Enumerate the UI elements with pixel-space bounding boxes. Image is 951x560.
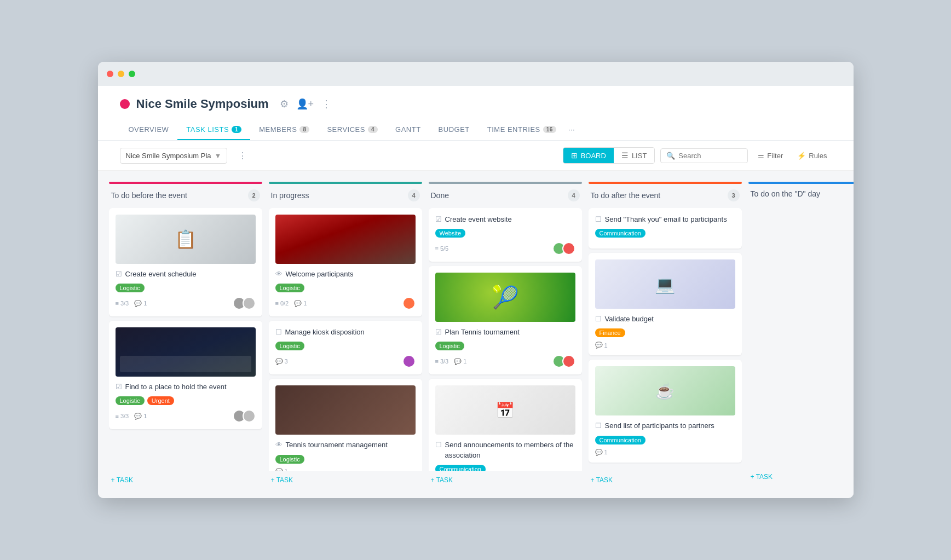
card-tags: Logistic <box>275 284 416 292</box>
task-card[interactable]: 📋☑Create event scheduleLogistic≡3/3💬1 <box>109 208 262 316</box>
card-meta: ≡3/3💬1 <box>116 409 256 423</box>
comments-stat: 💬1 <box>294 300 307 307</box>
card-title: Find to a place to hold the event <box>125 382 227 392</box>
more-options-icon[interactable]: ⋮ <box>238 151 247 161</box>
comment-icon: 💬 <box>275 468 283 471</box>
card-meta: 💬1 <box>275 468 416 471</box>
add-task-todo-before[interactable]: + TASK <box>109 473 262 487</box>
tab-gantt[interactable]: GANTT <box>387 120 430 140</box>
tab-time-entries[interactable]: TIME ENTRIES 16 <box>479 120 565 140</box>
tasks-icon: ≡ <box>435 358 439 365</box>
rules-button[interactable]: ⚡ Rules <box>793 149 831 163</box>
board-view-button[interactable]: ⊞ BOARD <box>563 148 614 163</box>
tag: Logistic <box>275 455 304 464</box>
close-dot[interactable] <box>107 71 113 77</box>
card-meta: ≡0/2💬1 <box>275 297 416 310</box>
list-view-button[interactable]: ☰ LIST <box>614 148 654 163</box>
titlebar <box>98 62 854 86</box>
card-title: Tennis tournament management <box>286 440 388 450</box>
card-image: 📅 <box>435 385 575 435</box>
comment-icon: 💬 <box>294 300 302 307</box>
task-card[interactable]: ☑Create event websiteWebsite≡5/5 <box>429 208 582 262</box>
tab-members[interactable]: MEMBERS 8 <box>250 120 318 140</box>
card-tags: Logistic <box>275 455 416 464</box>
gear-icon[interactable]: ⚙ <box>280 98 289 110</box>
card-stats: ≡3/3💬1 <box>116 413 147 420</box>
task-card[interactable]: 📅☐Send announcements to members of the a… <box>429 379 582 471</box>
tasks-stat: ≡0/2 <box>275 300 289 307</box>
tab-budget[interactable]: BUDGET <box>430 120 479 140</box>
search-input[interactable] <box>678 152 742 160</box>
tasks-stat: ≡3/3 <box>116 413 129 419</box>
comment-icon: 💬 <box>134 413 142 420</box>
tasks-stat: ≡3/3 <box>435 358 449 365</box>
card-image: ☕ <box>595 366 735 415</box>
tab-services[interactable]: SERVICES 4 <box>318 120 387 140</box>
card-title: Send announcements to members of the ass… <box>445 440 575 460</box>
column-header-todo-before: To do before the event 2 <box>109 189 262 201</box>
filter-button[interactable]: ⚌ Filter <box>753 149 787 163</box>
column-todo-after: To do after the event 3 ☐Send "Thank you… <box>589 182 742 487</box>
column-title: To do before the event <box>111 191 187 200</box>
minimize-dot[interactable] <box>118 71 124 77</box>
comment-icon: 💬 <box>454 358 462 365</box>
task-card[interactable]: 👁Tennis tournament managementLogistic💬1 <box>269 379 422 471</box>
add-person-icon[interactable]: 👤+ <box>296 98 314 110</box>
tab-task-lists[interactable]: TASK LISTS 1 <box>177 120 250 140</box>
task-card[interactable]: ☐Manage kiosk dispositionLogistic💬3 <box>269 321 422 374</box>
card-image: 🎾 <box>435 273 575 322</box>
checkbox-icon: ☑ <box>116 383 122 391</box>
card-avatars <box>402 355 416 368</box>
add-task-done[interactable]: + TASK <box>429 473 582 487</box>
tag: Urgent <box>147 396 174 405</box>
tab-overview[interactable]: OVERVIEW <box>120 120 178 140</box>
add-task-in-progress[interactable]: + TASK <box>269 473 422 487</box>
task-card[interactable]: ☕☐Send list of participants to partnersC… <box>589 360 742 462</box>
project-select[interactable]: Nice Smile Symposium Pla ▼ <box>120 148 228 164</box>
add-task-d-day[interactable]: + TASK <box>748 470 854 484</box>
list-icon: ☰ <box>621 151 629 160</box>
more-vert-icon[interactable]: ⋮ <box>321 98 331 110</box>
maximize-dot[interactable] <box>129 71 135 77</box>
card-tags: Finance <box>595 328 735 337</box>
card-title-row: ☑Plan Tennis tournament <box>435 327 575 337</box>
tasks-stat: ≡5/5 <box>435 245 449 252</box>
card-stats: 💬1 <box>275 468 288 471</box>
avatar <box>402 355 416 368</box>
card-stats: ≡3/3💬1 <box>435 358 467 365</box>
cards-in-progress: 👁Welcome participantsLogistic≡0/2💬1☐Mana… <box>269 208 422 471</box>
checkbox-icon: ☑ <box>435 328 442 336</box>
tag: Logistic <box>275 342 304 350</box>
comments-stat: 💬1 <box>134 413 147 420</box>
comment-icon: 💬 <box>275 358 283 365</box>
tasks-icon: ≡ <box>435 245 439 252</box>
comments-stat: 💬3 <box>275 358 288 365</box>
task-card[interactable]: 💻☐Validate budgetFinance💬1 <box>589 253 742 355</box>
card-stats: ≡5/5 <box>435 245 449 252</box>
card-image <box>275 385 416 435</box>
tag: Finance <box>595 328 625 337</box>
avatar <box>402 297 416 310</box>
comments-stat: 💬1 <box>595 342 608 349</box>
filter-icon: ⚌ <box>758 152 764 160</box>
task-card[interactable]: 🎾☑Plan Tennis tournamentLogistic≡3/3💬1 <box>429 266 582 374</box>
comments-stat: 💬1 <box>134 300 147 307</box>
add-task-todo-after[interactable]: + TASK <box>589 473 742 487</box>
comment-icon: 💬 <box>134 300 142 307</box>
card-stats: ≡3/3💬1 <box>116 300 147 307</box>
checkbox-icon: ☑ <box>435 215 442 223</box>
card-meta: 💬1 <box>595 449 735 456</box>
card-tags: Communication <box>595 436 735 444</box>
more-tabs-icon[interactable]: ··· <box>565 120 578 140</box>
card-title: Create event website <box>445 215 512 224</box>
toolbar: Nice Smile Symposium Pla ▼ ⋮ ⊞ BOARD ☰ L… <box>98 141 854 171</box>
card-title-row: ☐Manage kiosk disposition <box>275 327 416 337</box>
avatar <box>562 242 575 255</box>
tasks-icon: ≡ <box>275 300 279 307</box>
task-card[interactable]: 👁Welcome participantsLogistic≡0/2💬1 <box>269 208 422 316</box>
column-header-done: Done 4 <box>429 189 582 201</box>
task-card[interactable]: ☑Find to a place to hold the eventLogist… <box>109 321 262 429</box>
checkbox-icon: ☐ <box>595 315 602 323</box>
task-card[interactable]: ☐Send "Thank you" email to participantsC… <box>589 208 742 249</box>
cards-done: ☑Create event websiteWebsite≡5/5🎾☑Plan T… <box>429 208 582 471</box>
